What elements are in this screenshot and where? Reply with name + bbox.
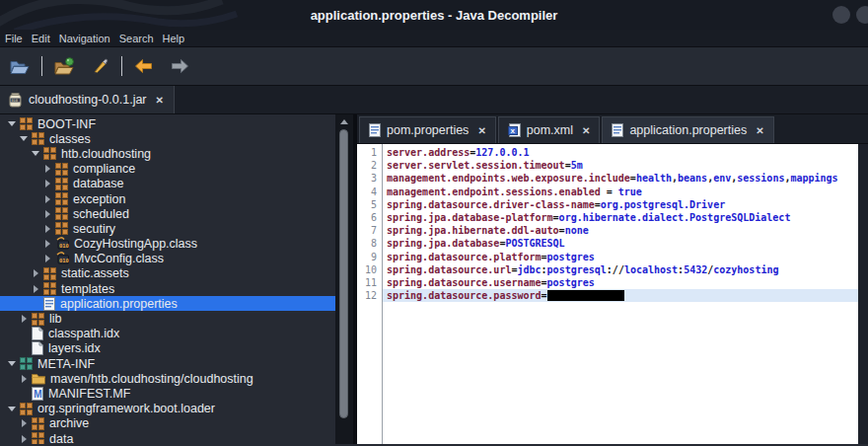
package-orange-icon [32, 432, 44, 444]
tree-item-mvcconfig-class[interactable]: 010MvcConfig.class [0, 252, 335, 266]
folder-open-tan-icon [54, 57, 75, 75]
expand-arrow-icon[interactable] [39, 225, 55, 233]
close-icon[interactable]: ✕ [156, 95, 164, 106]
expand-arrow-icon[interactable] [39, 180, 55, 187]
menu-file[interactable]: File [5, 33, 23, 44]
collapse-arrow-icon[interactable] [4, 361, 20, 366]
tree-item-label: MANIFEST.MF [48, 387, 130, 401]
window-button-icon[interactable] [832, 6, 850, 24]
properties-file-icon [43, 297, 55, 311]
tree-item-layers-idx[interactable]: layers.idx [0, 341, 335, 356]
tree-item-boot-inf[interactable]: BOOT-INF [0, 116, 335, 131]
tree-item-compliance[interactable]: compliance [0, 162, 335, 177]
tree-item-classes[interactable]: classes [0, 131, 335, 146]
class-file-icon: 010 [55, 237, 69, 251]
package-orange-icon [55, 178, 68, 190]
editor-panel: pom.properties✕xpom.xml✕application.prop… [357, 114, 868, 444]
back-button[interactable] [132, 54, 156, 78]
package-orange-icon [55, 163, 68, 176]
tree-item-exception[interactable]: exception [0, 191, 335, 206]
close-icon[interactable]: ✕ [756, 125, 763, 136]
tree-item-archive[interactable]: archive [0, 416, 335, 431]
tree-item-label: data [49, 432, 73, 444]
archive-tab-cloudhosting-jar[interactable]: 010 cloudhosting-0.0.1.jar ✕ [0, 86, 175, 113]
archive-tab-label: cloudhosting-0.0.1.jar [29, 93, 147, 107]
tree-item-secutiry[interactable]: secutiry [0, 221, 335, 236]
property-key: management.endpoint.sessions.enabled [387, 186, 601, 197]
dragon-wallpaper-logo [0, 0, 306, 30]
close-icon[interactable]: ✕ [477, 125, 485, 136]
tree-item-scheduled[interactable]: scheduled [0, 206, 335, 221]
tree-item-maven-htb-cloudhosting-cloudhosting[interactable]: maven/htb.cloudhosting/cloudhosting [0, 371, 335, 386]
package-teal-icon [20, 357, 33, 370]
expand-arrow-icon[interactable] [28, 269, 43, 277]
folder-open-blue-icon [10, 58, 30, 75]
property-value: 5m [571, 160, 583, 171]
property-value: jdbc:postgresql://localhost:5432/cozyhos… [517, 264, 778, 275]
property-key: spring.datasource.driver-class-name [387, 199, 595, 210]
tree-item-manifest-mf[interactable]: MMANIFEST.MF [0, 386, 335, 401]
search-button[interactable] [88, 54, 111, 78]
tab-pom-xml[interactable]: xpom.xml✕ [498, 116, 601, 143]
package-orange-icon [20, 403, 33, 415]
close-icon[interactable]: ✕ [582, 125, 590, 136]
code-line-1: server.address=127.0.0.1 [387, 146, 858, 159]
main-area: BOOT-INFclasseshtb.cloudhostingcomplianc… [0, 114, 868, 444]
tree-item-templates[interactable]: templates [0, 281, 335, 296]
collapse-arrow-icon[interactable] [4, 407, 20, 411]
tree-item-meta-inf[interactable]: META-INF [0, 356, 335, 371]
expand-arrow-icon[interactable] [16, 375, 32, 383]
svg-text:010: 010 [59, 258, 69, 263]
forward-button[interactable] [168, 54, 191, 78]
svg-text:M: M [34, 389, 41, 400]
menu-edit[interactable]: Edit [32, 33, 50, 44]
toolbar-group [8, 54, 32, 78]
code-line-12: spring.datasource.password= [383, 289, 858, 302]
property-key: server.address [387, 147, 470, 158]
menu-help[interactable]: Help [163, 33, 185, 44]
properties-file-icon [369, 123, 381, 137]
expand-arrow-icon[interactable] [39, 210, 55, 218]
menu-search[interactable]: Search [119, 33, 154, 44]
scrollbar-thumb[interactable] [339, 129, 348, 418]
tree-item-static-assets[interactable]: static.assets [0, 266, 335, 281]
open-type-button[interactable] [52, 54, 76, 78]
toolbar-separator [41, 56, 42, 76]
window-button-icon[interactable] [856, 6, 868, 24]
code-area[interactable]: server.address=127.0.0.1server.servlet.s… [383, 144, 858, 444]
expand-arrow-icon[interactable] [16, 419, 32, 427]
tree-item-application-properties[interactable]: application.properties [0, 296, 335, 311]
property-value: org.hibernate.dialect.PostgreSQLDialect [559, 212, 791, 223]
collapse-arrow-icon[interactable] [4, 121, 20, 126]
expand-arrow-icon[interactable] [16, 435, 32, 443]
open-file-button[interactable] [8, 54, 32, 78]
tree-item-cozyhostingapp-class[interactable]: 010CozyHostingApp.class [0, 237, 335, 252]
tree-item-lib[interactable]: lib [0, 311, 335, 326]
line-number: 2 [357, 159, 377, 172]
line-number: 7 [357, 224, 377, 237]
tree-item-label: maven/htb.cloudhosting/cloudhosting [50, 372, 253, 386]
tab-pom-properties[interactable]: pom.properties✕ [359, 116, 496, 143]
arrow-left-orange-icon [134, 58, 154, 74]
line-number: 1 [357, 146, 377, 159]
collapse-arrow-icon[interactable] [28, 151, 43, 156]
tree-item-data[interactable]: data [0, 431, 335, 444]
tree-item-htb-cloudhosting[interactable]: htb.cloudhosting [0, 146, 335, 161]
tree-item-org-springframework-boot-loader[interactable]: org.springframework.boot.loader [0, 402, 335, 416]
property-key: server.servlet.session.timeout [387, 160, 565, 171]
collapse-arrow-icon[interactable] [16, 136, 32, 141]
expand-arrow-icon[interactable] [16, 315, 32, 323]
expand-arrow-icon[interactable] [28, 285, 43, 293]
scroll-up-icon[interactable] [340, 119, 348, 124]
tree-item-classpath-idx[interactable]: classpath.idx [0, 327, 335, 341]
expand-arrow-icon[interactable] [39, 195, 55, 203]
expand-arrow-icon[interactable] [39, 240, 55, 248]
tree-item-database[interactable]: database [0, 177, 335, 191]
file-tree: BOOT-INFclasseshtb.cloudhostingcomplianc… [0, 114, 335, 444]
expand-arrow-icon[interactable] [39, 255, 55, 262]
tree-scrollbar[interactable] [335, 114, 353, 444]
tab-application-properties[interactable]: application.properties✕ [602, 116, 773, 143]
expand-arrow-icon[interactable] [39, 165, 55, 173]
menu-navigation[interactable]: Navigation [59, 33, 110, 44]
editor-tab-bar: pom.properties✕xpom.xml✕application.prop… [357, 114, 868, 144]
